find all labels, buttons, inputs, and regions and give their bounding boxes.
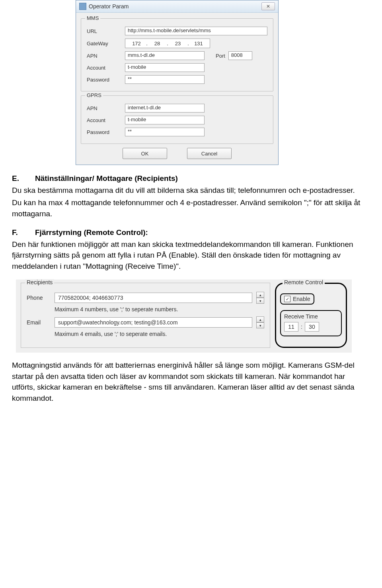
url-input[interactable]: http://mms.t-mobile.de/servlets/mms	[125, 27, 267, 35]
gateway-oct-3[interactable]: 23	[169, 41, 187, 47]
email-hint: Maximum 4 emails, use ';' to seperate em…	[55, 331, 264, 337]
section-e-p2: Du kan ha max 4 mottagande telefonnummer…	[12, 197, 370, 219]
phone-scroll-up[interactable]: ▴	[256, 292, 264, 298]
gateway-label: GateWay	[87, 41, 122, 47]
port-input[interactable]: 8008	[228, 51, 252, 60]
gprs-account-label: Account	[87, 117, 122, 123]
email-input[interactable]: support@uwatechnology.com; testing@163.c…	[55, 317, 252, 328]
section-e-heading: Nätinställningar/ Mottagare (Recipients)	[35, 173, 178, 184]
recipients-remote-panel: Recipients Phone 7705820004; 4046630773 …	[16, 279, 352, 353]
close-button[interactable]: ✕	[261, 2, 275, 10]
enable-row: ✓ Enable	[280, 293, 314, 305]
enable-label: Enable	[293, 296, 310, 302]
section-f-heading: Fjärrstyrning (Remote Control):	[35, 227, 148, 238]
gprs-password-input[interactable]: **	[125, 128, 205, 136]
footer-text: Mottagningstid används för att batterier…	[12, 360, 370, 404]
ok-button[interactable]: OK	[123, 148, 167, 159]
section-f: F. Fjärrstyrning (Remote Control): Den h…	[12, 227, 370, 272]
gateway-oct-2[interactable]: 28	[148, 41, 166, 47]
cancel-button[interactable]: Cancel	[187, 148, 232, 159]
app-icon	[79, 3, 86, 10]
dialog-titlebar: Operator Param ✕	[76, 0, 278, 13]
phone-hint: Maximum 4 numbers, use ';' to seperate n…	[55, 306, 264, 312]
receive-minute-input[interactable]: 30	[305, 322, 319, 332]
gateway-oct-4[interactable]: 131	[190, 41, 207, 47]
mms-legend: MMS	[85, 15, 100, 21]
phone-scroll-down[interactable]: ▾	[256, 298, 264, 304]
gprs-account-input[interactable]: t-mobile	[125, 116, 205, 124]
check-icon: ✓	[286, 297, 289, 302]
close-icon: ✕	[266, 4, 270, 9]
section-e: E. Nätinställningar/ Mottagare (Recipien…	[12, 173, 370, 219]
remote-legend: Remote Control	[283, 279, 325, 285]
apn-label: APN	[87, 53, 122, 59]
section-f-p1: Den här funktionen möjliggör att man kan…	[12, 239, 370, 272]
gprs-apn-label: APN	[87, 105, 122, 111]
section-f-letter: F.	[12, 227, 24, 238]
gprs-password-label: Password	[87, 129, 122, 135]
operator-param-dialog: Operator Param ✕ MMS URL http://mms.t-mo…	[76, 0, 279, 165]
email-label: Email	[27, 319, 51, 326]
dialog-title: Operator Param	[89, 3, 129, 10]
email-scroll-up[interactable]: ▴	[256, 316, 264, 322]
recipients-group: Recipients Phone 7705820004; 4046630773 …	[21, 283, 270, 348]
footer-paragraph: Mottagningstid används för att batterier…	[12, 360, 370, 404]
account-label: Account	[87, 65, 122, 71]
chevron-up-icon: ▴	[259, 318, 261, 322]
chevron-up-icon: ▴	[259, 293, 261, 297]
port-label: Port	[216, 53, 225, 59]
mms-account-input[interactable]: t-mobile	[125, 63, 205, 72]
chevron-down-icon: ▾	[259, 324, 261, 328]
gprs-apn-input[interactable]: internet.t-dl.de	[125, 104, 205, 113]
section-e-letter: E.	[12, 173, 24, 184]
enable-checkbox[interactable]: ✓	[284, 296, 290, 302]
receive-time-label: Receive Time	[284, 313, 338, 320]
mms-apn-input[interactable]: mms.t-dl.de	[125, 51, 205, 60]
recipients-legend: Recipients	[25, 279, 54, 285]
phone-label: Phone	[27, 295, 51, 301]
remote-control-group: Remote Control ✓ Enable Receive Time 11 …	[275, 283, 347, 348]
receive-time-group: Receive Time 11 : 30	[280, 310, 342, 336]
time-colon: :	[301, 324, 302, 330]
gateway-input[interactable]: 172 . 28 . 23 . 131	[125, 39, 210, 48]
gateway-oct-1[interactable]: 172	[128, 41, 145, 47]
password-label: Password	[87, 77, 122, 83]
mms-group: MMS URL http://mms.t-mobile.de/servlets/…	[81, 18, 273, 91]
url-label: URL	[87, 28, 122, 34]
chevron-down-icon: ▾	[259, 299, 261, 303]
email-scroll-down[interactable]: ▾	[256, 322, 264, 328]
receive-hour-input[interactable]: 11	[284, 322, 298, 332]
gprs-legend: GPRS	[85, 92, 103, 98]
mms-password-input[interactable]: **	[125, 75, 205, 84]
section-e-p1: Du ska bestämma mottagarna dit du vill a…	[12, 185, 370, 196]
phone-input[interactable]: 7705820004; 4046630773	[55, 293, 252, 303]
gprs-group: GPRS APN internet.t-dl.de Account t-mobi…	[81, 95, 273, 144]
